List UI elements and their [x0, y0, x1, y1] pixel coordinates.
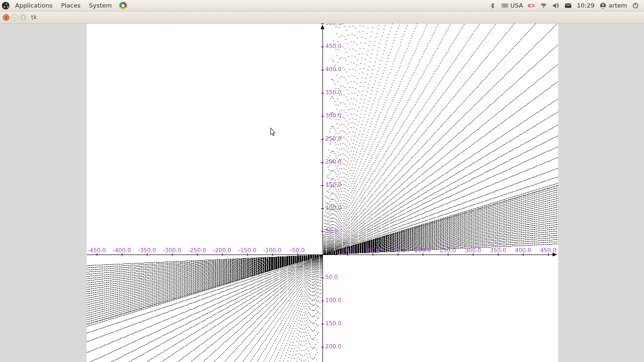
- sound-icon[interactable]: [552, 2, 560, 9]
- svg-rect-7: [534, 5, 535, 6]
- keyboard-icon: [501, 2, 509, 9]
- svg-rect-13: [635, 3, 636, 6]
- window-maximize-button[interactable]: ▢: [20, 14, 26, 21]
- keyboard-layout-indicator[interactable]: USA: [501, 2, 523, 9]
- wifi-icon[interactable]: [540, 2, 547, 9]
- svg-rect-5: [503, 6, 507, 7]
- svg-rect-2: [504, 4, 504, 5]
- menu-label: Applications: [15, 2, 52, 9]
- menu-system[interactable]: System: [86, 0, 115, 11]
- window-minimize-button[interactable]: –: [11, 14, 18, 21]
- svg-point-11: [602, 4, 604, 6]
- plot-canvas[interactable]: [87, 24, 558, 362]
- svg-rect-8: [529, 5, 530, 6]
- menu-places[interactable]: Places: [58, 0, 83, 11]
- panel-left: Applications Places System: [2, 0, 127, 11]
- clock[interactable]: 10:29: [577, 2, 594, 9]
- svg-rect-4: [506, 4, 507, 5]
- menu-label: Places: [61, 2, 80, 9]
- svg-rect-3: [505, 4, 506, 5]
- user-status-icon: [599, 2, 607, 9]
- menu-applications[interactable]: Applications: [12, 0, 55, 11]
- tk-canvas-frame: [87, 24, 558, 362]
- menu-label: System: [89, 2, 112, 9]
- battery-icon[interactable]: [528, 2, 535, 9]
- window-close-button[interactable]: ×: [3, 14, 9, 21]
- svg-rect-1: [502, 4, 503, 5]
- user-menu[interactable]: artem: [599, 2, 627, 9]
- chrome-launcher-icon[interactable]: [119, 2, 127, 9]
- power-icon[interactable]: [632, 2, 639, 9]
- window-titlebar[interactable]: × – ▢ tk: [0, 11, 644, 24]
- gnome-top-panel: Applications Places System USA 10:29: [0, 0, 644, 11]
- bluetooth-icon[interactable]: [489, 2, 496, 9]
- ubuntu-logo-icon[interactable]: [2, 2, 9, 9]
- window-title: tk: [31, 14, 37, 21]
- panel-right: USA 10:29 artem: [489, 2, 642, 9]
- keyboard-layout-label: USA: [511, 2, 523, 9]
- desktop-background: [0, 24, 644, 362]
- user-name: artem: [609, 2, 627, 9]
- window-buttons: × – ▢: [3, 14, 26, 21]
- messaging-icon[interactable]: [564, 2, 572, 9]
